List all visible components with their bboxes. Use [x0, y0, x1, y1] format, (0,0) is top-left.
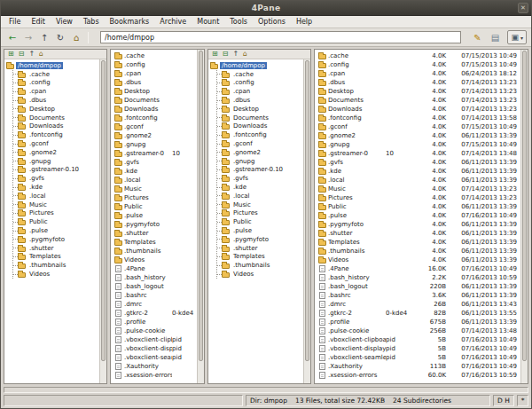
tree-item[interactable]: .gstreamer-0.10: [217, 166, 303, 175]
file-row[interactable]: Templates4.0K06/11/2013 13:39: [317, 238, 520, 247]
file-row[interactable]: .pygmyfoto: [113, 220, 197, 229]
file-row[interactable]: .vboxclient-clipboardpid: [113, 335, 197, 344]
file-row[interactable]: .gstreamer-010: [113, 149, 197, 158]
tree-item[interactable]: Pictures: [13, 209, 99, 218]
tree-item[interactable]: .gvfs: [217, 174, 303, 183]
file-row[interactable]: .profile675B06/11/2013 13:39: [317, 318, 520, 326]
file-row[interactable]: .gnome24.0K06/11/2013 13:39: [317, 131, 520, 140]
tree-item[interactable]: .cache: [217, 70, 303, 79]
expand-all-icon[interactable]: ⊞: [212, 50, 218, 59]
tree-item[interactable]: .dbus: [217, 96, 303, 105]
tree-root-item[interactable]: /home/dmpop: [6, 61, 99, 70]
tree-root-item[interactable]: /home/dmpop: [210, 61, 303, 70]
menu-item-edit[interactable]: Edit: [26, 17, 51, 28]
file-row[interactable]: .local4.0K06/11/2013 13:39: [317, 176, 520, 185]
file-row[interactable]: .pulse: [113, 211, 197, 220]
paintbrush-icon[interactable]: ✎: [470, 31, 484, 44]
tree-item[interactable]: Templates: [217, 253, 303, 262]
file-row[interactable]: Pictures: [113, 193, 197, 202]
tree-item[interactable]: .shutter: [217, 244, 303, 253]
menu-item-mount[interactable]: Mount: [192, 17, 224, 28]
scrollbar[interactable]: [197, 50, 204, 383]
tree-up-icon[interactable]: ↑: [28, 50, 35, 59]
tree-item[interactable]: Templates: [13, 253, 99, 262]
file-row[interactable]: .vboxclient-seamlesspid5B07/16/2013 10:4…: [317, 353, 520, 362]
file-row[interactable]: .xsession-errors60.0K07/16/2013 10:59: [317, 371, 520, 380]
file-row[interactable]: .kde: [113, 167, 197, 176]
tree-item[interactable]: .gnome2: [217, 148, 303, 157]
tree-item[interactable]: .kde: [217, 183, 303, 192]
file-row[interactable]: .dbus4.0K07/14/2013 13:23: [317, 78, 520, 87]
tree-item[interactable]: .cpan: [217, 87, 303, 96]
menu-item-tabs[interactable]: Tabs: [78, 17, 105, 28]
file-row[interactable]: .gnome2: [113, 131, 197, 140]
file-row[interactable]: .gvfs4.0K06/11/2013 13:39: [317, 158, 520, 167]
file-row[interactable]: .4Pane16.0K07/16/2013 10:49: [317, 264, 520, 273]
file-row[interactable]: Documents4.0K07/14/2013 13:23: [317, 96, 520, 105]
file-row[interactable]: .config: [113, 60, 197, 69]
titlebar[interactable]: 4Pane ✕: [1, 1, 531, 16]
tree-item[interactable]: Desktop: [217, 105, 303, 114]
tree-item[interactable]: Music: [217, 201, 303, 209]
file-row[interactable]: .thumbnails4.0K06/11/2013 13:39: [317, 247, 520, 256]
file-row[interactable]: .vboxclient-displaypid5B07/16/2013 10:49: [317, 344, 520, 353]
file-row[interactable]: .cpan: [113, 69, 197, 78]
scrollbar[interactable]: [99, 59, 106, 383]
refresh-icon[interactable]: ↻: [53, 31, 67, 44]
file-row[interactable]: .vboxclient-displaypid: [113, 344, 197, 353]
tree-item[interactable]: .gconf: [217, 139, 303, 148]
file-row[interactable]: .fontconfig4.0K07/14/2013 13:58: [317, 114, 520, 122]
command-line-strip[interactable]: [4, 387, 528, 393]
tree-item[interactable]: .shutter: [13, 244, 99, 253]
scrollbar-thumb[interactable]: [199, 51, 203, 361]
tree-item[interactable]: .local: [217, 192, 303, 201]
file-row[interactable]: .thumbnails: [113, 247, 197, 256]
tree-item[interactable]: Public: [217, 217, 303, 226]
file-row[interactable]: Downloads4.0K07/14/2013 13:23: [317, 105, 520, 114]
file-row[interactable]: Videos: [113, 256, 197, 264]
forward-icon[interactable]: →: [21, 31, 35, 44]
scrollbar[interactable]: [303, 59, 310, 383]
tree-item[interactable]: .dbus: [13, 96, 99, 105]
scrollbar[interactable]: [520, 50, 528, 383]
file-row[interactable]: .gvfs: [113, 158, 197, 167]
file-row[interactable]: .dmrc: [113, 300, 197, 309]
file-row[interactable]: .cache4.0K07/15/2013 10:49: [317, 51, 520, 60]
file-row[interactable]: .fontconfig: [113, 114, 197, 122]
file-row[interactable]: .bash_history: [113, 273, 197, 282]
file-row[interactable]: .Xauthority: [113, 362, 197, 371]
tree-item[interactable]: .local: [13, 192, 99, 201]
collapse-all-icon[interactable]: ⊟: [223, 50, 229, 59]
file-row[interactable]: .gconf: [113, 122, 197, 131]
tree-item[interactable]: .config: [13, 79, 99, 88]
file-row[interactable]: Pictures4.0K07/14/2013 13:23: [317, 193, 520, 202]
tree-item[interactable]: Public: [13, 217, 99, 226]
menu-item-bookmarks[interactable]: Bookmarks: [105, 17, 155, 28]
file-row[interactable]: .local: [113, 176, 197, 185]
tree-item[interactable]: Desktop: [13, 105, 99, 114]
file-row[interactable]: .gtkrc-20-kde482B06/11/2013 13:55: [317, 309, 520, 318]
file-row[interactable]: .bashrc3.6K06/11/2013 13:39: [317, 291, 520, 300]
tree-item[interactable]: .gnupg: [13, 157, 99, 166]
file-row[interactable]: .gnupg: [113, 140, 197, 149]
file-row[interactable]: .bash_logout220B06/11/2013 13:39: [317, 282, 520, 291]
menu-item-help[interactable]: Help: [291, 17, 317, 28]
file-row[interactable]: .4Pane: [113, 264, 197, 273]
file-row[interactable]: .pulse-cookie256B07/14/2013 13:48: [317, 326, 520, 335]
tree-item[interactable]: .config: [217, 79, 303, 88]
file-row[interactable]: Public4.0K06/11/2013 13:39: [317, 202, 520, 211]
tree-item[interactable]: .gstreamer-0.10: [13, 166, 99, 175]
file-row[interactable]: .xsession-errors: [113, 371, 197, 380]
file-row[interactable]: Desktop: [113, 87, 197, 96]
file-row[interactable]: Documents: [113, 96, 197, 105]
tree-item[interactable]: .gnupg: [217, 157, 303, 166]
file-row[interactable]: Templates: [113, 238, 197, 247]
tree-item[interactable]: .fontconfig: [13, 130, 99, 139]
file-row[interactable]: .Xauthority113B07/16/2013 10:49: [317, 362, 520, 371]
tree-item[interactable]: .gvfs: [13, 174, 99, 183]
menu-item-file[interactable]: File: [4, 17, 26, 28]
up-icon[interactable]: ↑: [37, 31, 51, 44]
tree-item[interactable]: Videos: [13, 270, 99, 279]
scrollbar-thumb[interactable]: [101, 60, 106, 361]
back-icon[interactable]: ←: [5, 31, 20, 44]
